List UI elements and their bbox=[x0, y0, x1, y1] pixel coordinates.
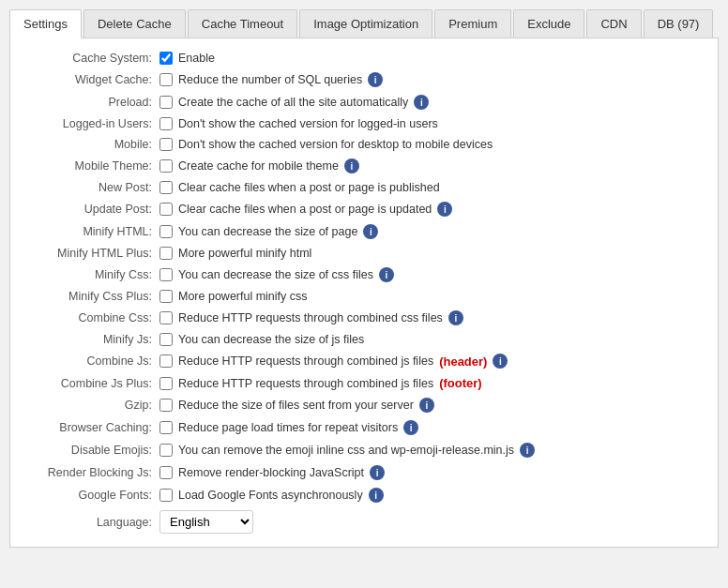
info-icon[interactable]: i bbox=[370, 465, 385, 480]
setting-checkbox[interactable] bbox=[159, 466, 173, 479]
info-icon[interactable]: i bbox=[419, 398, 434, 413]
info-icon[interactable]: i bbox=[520, 443, 535, 458]
tab-image-optimization[interactable]: Image Optimization bbox=[299, 9, 432, 38]
setting-label: Minify Css Plus: bbox=[24, 286, 156, 307]
setting-desc: Reduce HTTP requests through combined js… bbox=[178, 377, 433, 390]
setting-desc: Don't show the cached version for logged… bbox=[178, 117, 438, 130]
setting-highlight: (footer) bbox=[439, 376, 482, 390]
setting-checkbox[interactable] bbox=[159, 354, 173, 368]
settings-row: Mobile Theme:Create cache for mobile the… bbox=[24, 155, 704, 177]
setting-checkbox[interactable] bbox=[159, 117, 173, 130]
info-icon[interactable]: i bbox=[448, 310, 463, 325]
info-icon[interactable]: i bbox=[437, 202, 452, 217]
setting-label: Google Fonts: bbox=[24, 484, 156, 506]
setting-desc: Reduce page load times for repeat visito… bbox=[178, 421, 398, 434]
setting-checkbox[interactable] bbox=[159, 138, 173, 151]
settings-row: Logged-in Users:Don't show the cached ve… bbox=[24, 113, 704, 134]
language-select[interactable]: EnglishFrenchGermanSpanish bbox=[159, 510, 253, 534]
language-row: Language:EnglishFrenchGermanSpanish bbox=[24, 506, 704, 537]
settings-row: Minify HTML Plus:More powerful minify ht… bbox=[24, 243, 704, 264]
tab-cache-timeout[interactable]: Cache Timeout bbox=[188, 9, 297, 38]
setting-checkbox[interactable] bbox=[159, 73, 173, 86]
setting-checkbox[interactable] bbox=[159, 225, 173, 238]
settings-table: Cache System:EnableWidget Cache:Reduce t… bbox=[24, 48, 704, 537]
settings-row: Render Blocking Js:Remove render-blockin… bbox=[24, 461, 704, 484]
setting-label: Render Blocking Js: bbox=[24, 461, 156, 484]
setting-label: Minify HTML Plus: bbox=[24, 243, 156, 264]
setting-checkbox[interactable] bbox=[159, 399, 173, 412]
setting-checkbox[interactable] bbox=[159, 181, 173, 194]
settings-row: Update Post:Clear cache files when a pos… bbox=[24, 198, 704, 220]
setting-desc: You can remove the emoji inline css and … bbox=[178, 444, 514, 457]
setting-desc: Create the cache of all the site automat… bbox=[178, 96, 408, 109]
setting-label: Cache System: bbox=[24, 48, 156, 68]
setting-label: Logged-in Users: bbox=[24, 113, 156, 134]
setting-checkbox[interactable] bbox=[159, 247, 173, 260]
setting-desc: More powerful minify css bbox=[178, 290, 308, 303]
info-icon[interactable]: i bbox=[368, 72, 383, 87]
info-icon[interactable]: i bbox=[344, 158, 359, 173]
settings-row: Google Fonts:Load Google Fonts asynchron… bbox=[24, 484, 704, 506]
setting-label: Browser Caching: bbox=[24, 416, 156, 439]
info-icon[interactable]: i bbox=[363, 224, 378, 239]
tab-premium[interactable]: Premium bbox=[434, 9, 511, 38]
setting-checkbox[interactable] bbox=[159, 203, 173, 216]
setting-checkbox[interactable] bbox=[159, 421, 173, 434]
setting-desc: You can decrease the size of css files bbox=[178, 268, 373, 281]
setting-checkbox[interactable] bbox=[159, 52, 173, 65]
setting-checkbox[interactable] bbox=[159, 290, 173, 303]
tab-exclude[interactable]: Exclude bbox=[513, 9, 584, 38]
settings-row: Browser Caching:Reduce page load times f… bbox=[24, 416, 704, 439]
info-icon[interactable]: i bbox=[414, 95, 429, 110]
settings-row: Minify HTML:You can decrease the size of… bbox=[24, 220, 704, 243]
setting-desc: Create cache for mobile theme bbox=[178, 159, 339, 173]
info-icon[interactable]: i bbox=[369, 488, 384, 503]
tab-db[interactable]: DB (97) bbox=[644, 9, 714, 38]
setting-label: Combine Css: bbox=[24, 307, 156, 329]
setting-checkbox[interactable] bbox=[159, 333, 173, 346]
setting-desc: You can decrease the size of js files bbox=[178, 333, 364, 346]
setting-desc: Load Google Fonts asynchronously bbox=[178, 489, 363, 502]
setting-highlight: (header) bbox=[439, 354, 487, 369]
setting-label: Widget Cache: bbox=[24, 68, 156, 91]
setting-checkbox[interactable] bbox=[159, 311, 173, 324]
settings-row: Combine Js Plus:Reduce HTTP requests thr… bbox=[24, 372, 704, 394]
info-icon[interactable]: i bbox=[493, 354, 508, 369]
info-icon[interactable]: i bbox=[403, 420, 418, 435]
settings-row: Combine Css:Reduce HTTP requests through… bbox=[24, 307, 704, 329]
setting-desc: Clear cache files when a post or page is… bbox=[178, 181, 440, 194]
setting-checkbox[interactable] bbox=[159, 377, 173, 390]
setting-checkbox[interactable] bbox=[159, 96, 173, 109]
setting-label: Mobile Theme: bbox=[24, 155, 156, 177]
page-wrapper: Settings Delete Cache Cache Timeout Imag… bbox=[0, 0, 728, 557]
setting-label: Minify Css: bbox=[24, 264, 156, 286]
setting-desc: Reduce the number of SQL queries bbox=[178, 73, 362, 86]
setting-checkbox[interactable] bbox=[159, 268, 173, 281]
setting-label: Minify Js: bbox=[24, 329, 156, 350]
tab-cdn[interactable]: CDN bbox=[586, 9, 641, 38]
setting-checkbox[interactable] bbox=[159, 489, 173, 502]
info-icon[interactable]: i bbox=[379, 267, 394, 282]
setting-label: Gzip: bbox=[24, 394, 156, 416]
content-panel: Cache System:EnableWidget Cache:Reduce t… bbox=[9, 38, 719, 548]
language-label: Language: bbox=[24, 506, 156, 537]
settings-row: Minify Css Plus:More powerful minify css bbox=[24, 286, 704, 307]
tabs-bar: Settings Delete Cache Cache Timeout Imag… bbox=[9, 9, 719, 38]
setting-label: Combine Js: bbox=[24, 350, 156, 372]
settings-row: Combine Js:Reduce HTTP requests through … bbox=[24, 350, 704, 372]
setting-label: Disable Emojis: bbox=[24, 439, 156, 461]
setting-desc: Reduce the size of files sent from your … bbox=[178, 399, 414, 412]
settings-row: Gzip:Reduce the size of files sent from … bbox=[24, 394, 704, 416]
setting-checkbox[interactable] bbox=[159, 444, 173, 457]
settings-row: Widget Cache:Reduce the number of SQL qu… bbox=[24, 68, 704, 91]
setting-desc: You can decrease the size of page bbox=[178, 225, 357, 238]
setting-label: New Post: bbox=[24, 177, 156, 198]
tab-delete-cache[interactable]: Delete Cache bbox=[83, 9, 186, 38]
settings-row: Preload:Create the cache of all the site… bbox=[24, 91, 704, 113]
setting-checkbox[interactable] bbox=[159, 159, 173, 173]
settings-row: Disable Emojis:You can remove the emoji … bbox=[24, 439, 704, 461]
tab-settings[interactable]: Settings bbox=[9, 9, 82, 38]
setting-label: Update Post: bbox=[24, 198, 156, 220]
settings-row: Mobile:Don't show the cached version for… bbox=[24, 134, 704, 155]
setting-desc: Don't show the cached version for deskto… bbox=[178, 138, 493, 151]
